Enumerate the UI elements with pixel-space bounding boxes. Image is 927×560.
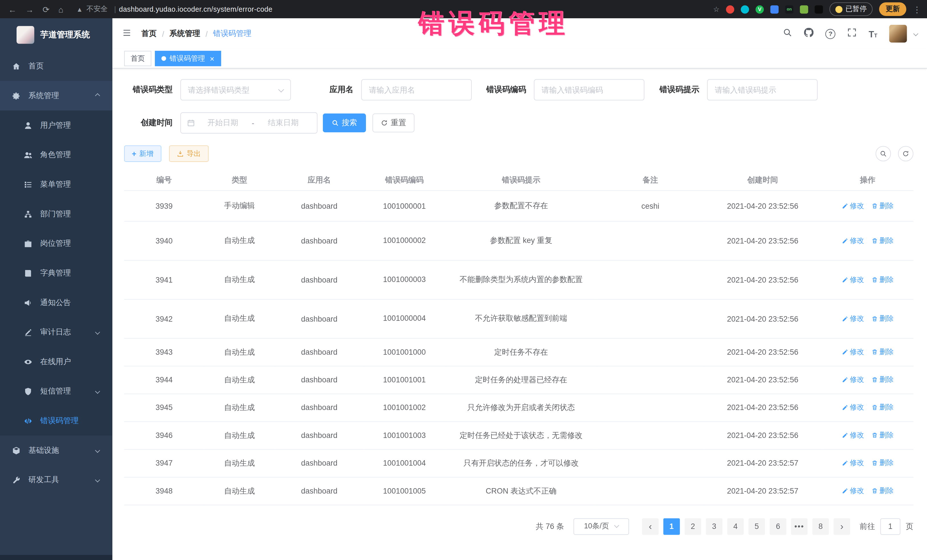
edit-link[interactable]: 修改 xyxy=(842,235,864,246)
delete-link[interactable]: 删除 xyxy=(871,275,894,285)
refresh-table-icon[interactable] xyxy=(898,146,913,161)
delete-link[interactable]: 删除 xyxy=(871,486,894,496)
goto-page-input[interactable] xyxy=(880,518,900,535)
url-bar[interactable]: dashboard.yudao.iocoder.cn/system/error-… xyxy=(119,5,713,14)
edit-link[interactable]: 修改 xyxy=(842,201,864,211)
date-range-picker[interactable]: 开始日期 - 结束日期 xyxy=(180,112,318,134)
reset-button[interactable]: 重置 xyxy=(372,114,415,132)
page-size-select[interactable]: 10条/页 xyxy=(574,518,629,535)
app-name-input[interactable] xyxy=(361,79,472,101)
delete-link[interactable]: 删除 xyxy=(871,347,894,357)
show-search-icon[interactable] xyxy=(876,146,891,161)
sidebar-item-infrastructure[interactable]: 基础设施 xyxy=(0,436,112,465)
extension-record-icon[interactable] xyxy=(726,5,734,14)
start-date-placeholder[interactable]: 开始日期 xyxy=(195,117,251,128)
edit-link[interactable]: 修改 xyxy=(842,458,864,468)
next-page-button[interactable]: › xyxy=(834,518,850,535)
sidebar-item-dict-management[interactable]: 字典管理 xyxy=(0,258,112,288)
extension-drop-icon[interactable] xyxy=(741,5,749,14)
app-name-field[interactable] xyxy=(361,79,472,101)
end-date-placeholder[interactable]: 结束日期 xyxy=(255,117,311,128)
error-msg-input[interactable] xyxy=(707,79,818,101)
edit-link[interactable]: 修改 xyxy=(842,403,864,413)
sidebar-item-post-management[interactable]: 岗位管理 xyxy=(0,229,112,258)
breadcrumb-home[interactable]: 首页 xyxy=(141,28,157,39)
chevron-down-icon[interactable] xyxy=(913,31,918,36)
edit-link[interactable]: 修改 xyxy=(842,347,864,357)
close-tab-icon[interactable]: × xyxy=(210,54,214,63)
search-button[interactable]: 搜索 xyxy=(323,114,366,132)
update-button[interactable]: 更新 xyxy=(879,2,906,16)
sidebar-item-label: 在线用户 xyxy=(40,357,71,367)
sidebar-item-audit-log[interactable]: 审计日志 xyxy=(0,317,112,347)
page-button-3[interactable]: 3 xyxy=(706,518,722,535)
search-icon[interactable] xyxy=(783,28,792,39)
delete-link[interactable]: 删除 xyxy=(871,430,894,440)
edit-link[interactable]: 修改 xyxy=(842,275,864,285)
delete-link[interactable]: 删除 xyxy=(871,403,894,413)
avatar[interactable] xyxy=(889,25,907,42)
breadcrumb-system[interactable]: 系统管理 xyxy=(169,28,200,39)
extension-leaf-icon[interactable] xyxy=(800,5,808,14)
tab-error-code[interactable]: 错误码管理× xyxy=(155,51,221,66)
tab-home[interactable]: 首页 xyxy=(124,51,151,66)
page-button-6[interactable]: 6 xyxy=(770,518,786,535)
delete-link[interactable]: 删除 xyxy=(871,235,894,246)
sidebar-item-menu-management[interactable]: 菜单管理 xyxy=(0,170,112,199)
sidebar-item-home[interactable]: 首页 xyxy=(0,51,112,81)
extension-on-icon[interactable]: on xyxy=(785,5,793,14)
forward-icon[interactable]: → xyxy=(25,5,33,14)
browser-menu-icon[interactable]: ⋮ xyxy=(913,5,921,14)
github-icon[interactable] xyxy=(804,28,814,39)
page-button-5[interactable]: 5 xyxy=(748,518,765,535)
reload-icon[interactable]: ⟳ xyxy=(43,5,49,14)
delete-link[interactable]: 删除 xyxy=(871,314,894,323)
export-button[interactable]: 导出 xyxy=(169,146,208,162)
prev-page-button[interactable]: ‹ xyxy=(642,518,659,535)
more-pages-button[interactable]: ••• xyxy=(791,518,807,535)
sidebar-item-online-user[interactable]: 在线用户 xyxy=(0,347,112,377)
sidebar-item-dev-tools[interactable]: 研发工具 xyxy=(0,465,112,495)
back-icon[interactable]: ← xyxy=(8,5,17,14)
paused-badge[interactable]: 已暂停 xyxy=(830,2,872,16)
edit-link[interactable]: 修改 xyxy=(842,430,864,440)
page-button-1[interactable]: 1 xyxy=(663,518,680,535)
sidebar-item-notice[interactable]: 通知公告 xyxy=(0,288,112,317)
site-security-chip[interactable]: ▲ 不安全 | xyxy=(76,4,119,14)
extension-grid-icon[interactable] xyxy=(770,5,779,14)
delete-link[interactable]: 删除 xyxy=(871,375,894,385)
error-type-input[interactable] xyxy=(180,79,291,101)
help-icon[interactable]: ? xyxy=(825,29,836,39)
sidebar-item-role-management[interactable]: 角色管理 xyxy=(0,140,112,170)
edit-link[interactable]: 修改 xyxy=(842,486,864,496)
page-button-8[interactable]: 8 xyxy=(812,518,829,535)
font-size-icon[interactable]: TT xyxy=(869,29,877,39)
browser-home-icon[interactable]: ⌂ xyxy=(58,5,64,14)
fullscreen-icon[interactable] xyxy=(847,28,857,39)
error-code-field[interactable] xyxy=(534,79,644,101)
sidebar-item-error-code-management[interactable]: 错误码管理 xyxy=(0,406,112,436)
edit-link[interactable]: 修改 xyxy=(842,375,864,385)
delete-link[interactable]: 删除 xyxy=(871,201,894,211)
delete-link[interactable]: 删除 xyxy=(871,458,894,468)
extension-vue-icon[interactable]: V xyxy=(755,5,764,14)
error-msg-field[interactable] xyxy=(707,79,818,101)
app-logo[interactable]: 芋道管理系统 xyxy=(0,18,112,51)
sidebar-item-sms-management[interactable]: 短信管理 xyxy=(0,376,112,406)
page-button-4[interactable]: 4 xyxy=(727,518,744,535)
error-type-select[interactable] xyxy=(180,79,291,101)
sidebar-item-dept-management[interactable]: 部门管理 xyxy=(0,199,112,229)
bookmark-star-icon[interactable]: ☆ xyxy=(713,5,719,14)
extensions-puzzle-icon[interactable] xyxy=(815,5,823,14)
edit-link[interactable]: 修改 xyxy=(842,314,864,323)
page-button-2[interactable]: 2 xyxy=(685,518,701,535)
cell-actions: 修改删除 xyxy=(822,366,913,393)
error-code-input[interactable] xyxy=(534,79,644,101)
add-button[interactable]: + 新增 xyxy=(124,146,161,162)
sidebar-collapse-bar[interactable] xyxy=(0,555,112,560)
cell-app: dashboard xyxy=(275,338,364,366)
collapse-sidebar-icon[interactable] xyxy=(122,28,132,39)
sidebar-item-user-management[interactable]: 用户管理 xyxy=(0,111,112,140)
cell-id: 3946 xyxy=(124,422,204,449)
sidebar-item-system-management[interactable]: 系统管理 xyxy=(0,81,112,111)
